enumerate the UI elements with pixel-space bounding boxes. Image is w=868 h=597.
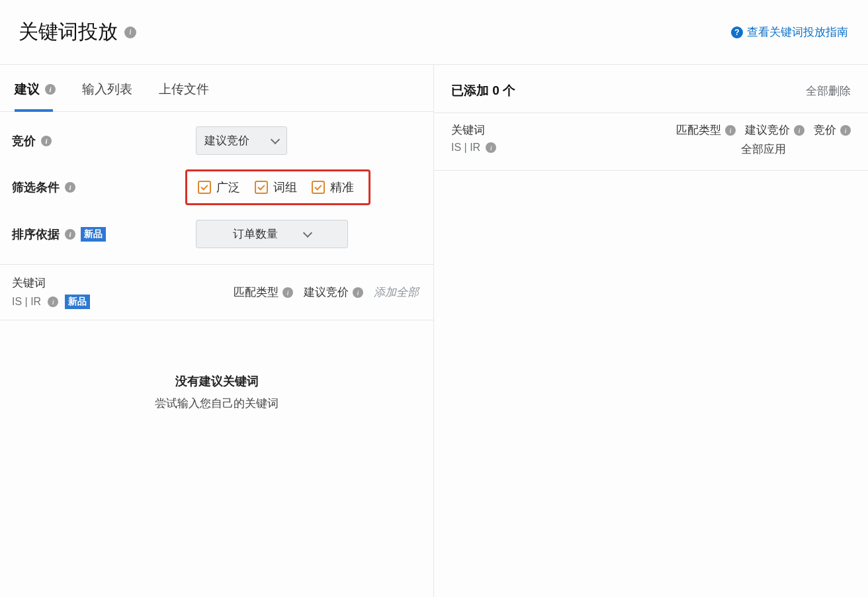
- dropdown-value: 建议竞价: [204, 133, 249, 148]
- filter-label: 筛选条件 i: [12, 179, 124, 195]
- label-text: 竞价: [12, 133, 36, 149]
- columns: 建议 i 输入列表 上传文件 竞价 i 建议竞价: [0, 65, 868, 597]
- checkbox-phrase[interactable]: 词组: [255, 179, 297, 195]
- tab-label: 上传文件: [159, 81, 209, 98]
- right-left: 关键词 IS | IR i: [451, 122, 496, 154]
- checkbox-icon: [255, 181, 268, 194]
- left-column: 建议 i 输入列表 上传文件 竞价 i 建议竞价: [0, 65, 434, 597]
- isir-text: IS | IR: [451, 142, 480, 154]
- sort-row: 排序依据 i 新品 订单数量: [12, 220, 419, 248]
- keyword-col: 关键词: [451, 122, 496, 138]
- col-text: 匹配类型: [676, 122, 721, 138]
- col-text: 匹配类型: [234, 285, 279, 300]
- right-cols-row: 匹配类型 i 建议竞价 i 竞价 i: [676, 122, 851, 138]
- info-icon[interactable]: i: [65, 182, 75, 193]
- label-text: 排序依据: [12, 226, 60, 242]
- bid-col: 竞价 i: [814, 122, 851, 138]
- tab-label: 建议: [15, 81, 40, 98]
- checkbox-label: 精准: [330, 179, 354, 195]
- added-count: 已添加 0 个: [451, 82, 515, 99]
- filter-row: 筛选条件 i 广泛 词组 精准: [12, 169, 419, 205]
- sort-label: 排序依据 i 新品: [12, 226, 124, 242]
- info-icon[interactable]: i: [41, 136, 52, 146]
- right-right: 匹配类型 i 建议竞价 i 竞价 i 全部应用: [676, 122, 851, 157]
- bid-label: 竞价 i: [12, 133, 124, 149]
- checkbox-label: 广泛: [216, 179, 240, 195]
- apply-all-link[interactable]: 全部应用: [676, 142, 851, 157]
- help-link[interactable]: ? 查看关键词投放指南: [731, 24, 848, 40]
- bid-dropdown[interactable]: 建议竞价: [196, 126, 287, 155]
- suggest-bid-col: 建议竞价 i: [304, 285, 363, 300]
- info-icon[interactable]: i: [840, 125, 851, 136]
- tab-input-list[interactable]: 输入列表: [82, 81, 132, 111]
- isir-col: IS | IR i 新品: [12, 295, 90, 309]
- tab-label: 输入列表: [82, 81, 132, 98]
- col-text: 建议竞价: [745, 122, 790, 138]
- tab-suggest[interactable]: 建议 i: [15, 81, 56, 111]
- label-text: 筛选条件: [12, 179, 60, 195]
- empty-subtitle: 尝试输入您自己的关键词: [0, 396, 433, 411]
- info-icon[interactable]: i: [282, 287, 293, 298]
- right-columns-header: 关键词 IS | IR i 匹配类型 i 建议竞价 i: [434, 113, 868, 171]
- info-icon[interactable]: i: [65, 229, 75, 240]
- list-header-right: 匹配类型 i 建议竞价 i 添加全部: [234, 285, 419, 300]
- checkbox-exact[interactable]: 精准: [312, 179, 354, 195]
- keyword-col: 关键词: [12, 275, 90, 291]
- list-header: 关键词 IS | IR i 新品 匹配类型 i 建议竞价 i 添加全部: [0, 265, 433, 320]
- tab-upload[interactable]: 上传文件: [159, 81, 209, 111]
- info-icon[interactable]: i: [794, 125, 804, 136]
- info-icon[interactable]: i: [124, 26, 136, 38]
- info-icon[interactable]: i: [45, 84, 56, 95]
- list-header-left: 关键词 IS | IR i 新品: [12, 275, 90, 309]
- match-type-col: 匹配类型 i: [234, 285, 293, 300]
- empty-title: 没有建议关键词: [0, 373, 433, 389]
- filter-highlight: 广泛 词组 精准: [185, 169, 370, 205]
- right-column: 已添加 0 个 全部删除 关键词 IS | IR i 匹配类型 i 建议竞价: [434, 65, 868, 597]
- info-icon[interactable]: i: [725, 125, 736, 136]
- col-text: 竞价: [814, 122, 836, 138]
- info-icon[interactable]: i: [48, 297, 58, 307]
- title-wrap: 关键词投放 i: [19, 19, 136, 46]
- col-text: 建议竞价: [304, 285, 349, 300]
- checkbox-label: 词组: [273, 179, 297, 195]
- new-badge: 新品: [65, 295, 90, 309]
- add-all-link[interactable]: 添加全部: [374, 285, 419, 300]
- isir-text: IS | IR: [12, 296, 41, 308]
- empty-state: 没有建议关键词 尝试输入您自己的关键词: [0, 320, 433, 411]
- match-type-col: 匹配类型 i: [676, 122, 736, 138]
- new-badge: 新品: [81, 227, 106, 242]
- chevron-down-icon: [271, 134, 280, 144]
- controls: 竞价 i 建议竞价 筛选条件 i 广泛: [0, 112, 433, 265]
- bid-row: 竞价 i 建议竞价: [12, 126, 419, 155]
- info-icon[interactable]: i: [353, 287, 363, 298]
- checkbox-icon: [312, 181, 325, 194]
- suggest-bid-col: 建议竞价 i: [745, 122, 804, 138]
- help-icon: ?: [731, 26, 743, 38]
- isir-col: IS | IR i: [451, 142, 496, 154]
- page-title: 关键词投放: [19, 19, 118, 46]
- chevron-down-icon: [303, 228, 312, 237]
- help-link-text: 查看关键词投放指南: [747, 24, 848, 40]
- sort-dropdown[interactable]: 订单数量: [196, 220, 348, 248]
- checkbox-icon: [198, 181, 211, 194]
- remove-all-link[interactable]: 全部删除: [806, 83, 851, 99]
- page-header: 关键词投放 i ? 查看关键词投放指南: [0, 0, 868, 65]
- dropdown-value: 订单数量: [233, 226, 278, 242]
- tabs: 建议 i 输入列表 上传文件: [0, 65, 433, 112]
- checkbox-broad[interactable]: 广泛: [198, 179, 240, 195]
- right-header: 已添加 0 个 全部删除: [434, 65, 868, 113]
- info-icon[interactable]: i: [486, 142, 496, 153]
